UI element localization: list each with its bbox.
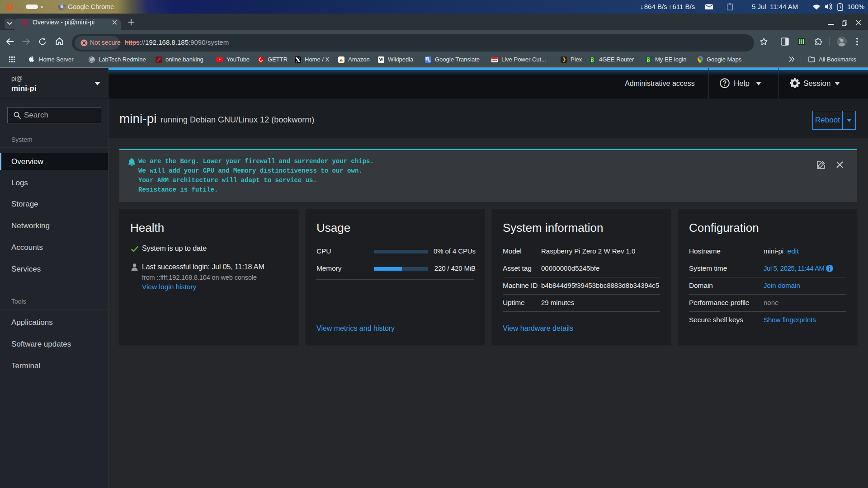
- svg-text:W: W: [379, 57, 383, 62]
- svg-text:G: G: [428, 59, 430, 62]
